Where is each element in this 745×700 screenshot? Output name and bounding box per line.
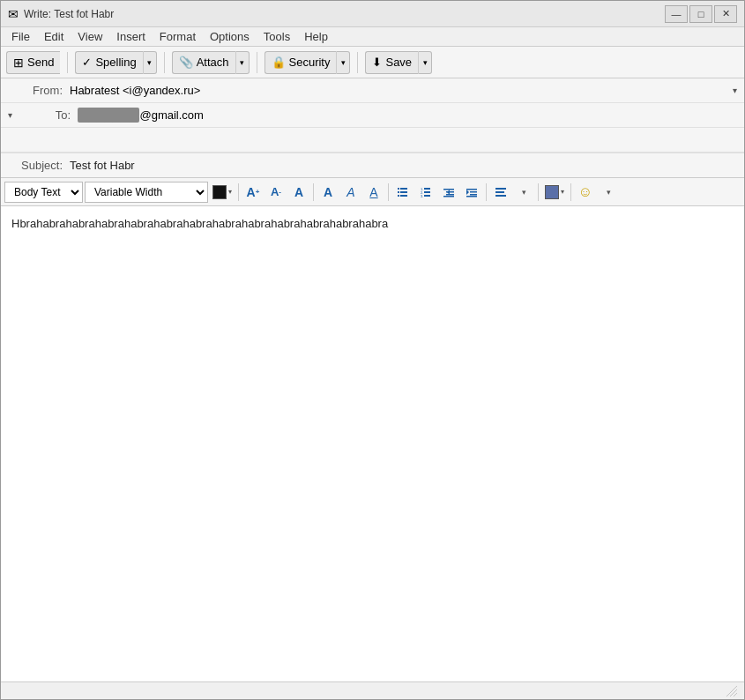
- indent-less-button[interactable]: [438, 182, 459, 203]
- font-size-reset-button[interactable]: A: [288, 182, 309, 203]
- attach-button[interactable]: 📎 Attach: [172, 51, 235, 74]
- highlight-color-button[interactable]: ▾: [542, 182, 567, 203]
- align-dropdown-button[interactable]: ▾: [513, 182, 534, 203]
- compose-area[interactable]: Hbrahabrahabrahabrahabrahabrahabrahabrah…: [1, 206, 744, 681]
- fmt-sep-3: [388, 183, 389, 201]
- underline-button[interactable]: A: [363, 182, 384, 203]
- font-size-increase-button[interactable]: A+: [242, 182, 264, 203]
- separator-4: [357, 52, 358, 73]
- send-label: Send: [27, 56, 54, 69]
- menu-tools[interactable]: Tools: [257, 28, 297, 45]
- to-field-container: ███████ @gmail.com: [78, 108, 737, 123]
- svg-rect-11: [424, 195, 430, 197]
- style-dropdown[interactable]: Body Text Heading 1 Heading 2: [4, 182, 83, 203]
- svg-rect-2: [398, 191, 399, 193]
- email-body[interactable]: Hbrahabrahabrahabrahabrahabrahabrahabrah…: [11, 215, 734, 233]
- highlight-arrow: ▾: [561, 188, 566, 196]
- separator-1: [67, 52, 68, 73]
- separator-3: [257, 52, 257, 73]
- window-title: Write: Test fot Habr: [24, 8, 114, 20]
- align-button[interactable]: [490, 182, 511, 203]
- emoji-dropdown-button[interactable]: ▾: [598, 182, 619, 203]
- bullet-list-button[interactable]: [392, 182, 413, 203]
- send-split-button: ⊞ Send: [6, 51, 60, 74]
- spelling-dropdown-button[interactable]: ▾: [143, 51, 157, 74]
- svg-rect-18: [466, 189, 477, 190]
- svg-rect-16: [443, 196, 454, 197]
- send-button[interactable]: ⊞ Send: [6, 51, 60, 74]
- emoji-button[interactable]: ☺: [575, 182, 596, 203]
- from-value: Habratest <i@yandex.ru>: [70, 84, 200, 97]
- check-icon: ✓: [82, 56, 92, 69]
- from-dropdown[interactable]: Habratest <i@yandex.ru> ▾: [70, 84, 737, 97]
- from-row: From: Habratest <i@yandex.ru> ▾: [1, 78, 744, 103]
- fmt-sep-1: [238, 183, 239, 201]
- svg-line-27: [734, 693, 737, 696]
- attach-split-button: 📎 Attach ▾: [172, 51, 250, 74]
- minimize-button[interactable]: —: [665, 5, 688, 23]
- svg-rect-22: [495, 188, 506, 190]
- svg-rect-14: [446, 191, 454, 193]
- format-toolbar: Body Text Heading 1 Heading 2 Variable W…: [1, 178, 744, 206]
- menu-options[interactable]: Options: [203, 28, 257, 45]
- expand-icon[interactable]: ▾: [8, 110, 12, 120]
- text-color-button[interactable]: ▾: [210, 182, 235, 203]
- to-redacted: ███████: [78, 108, 139, 123]
- title-bar-left: ✉ Write: Test fot Habr: [8, 7, 114, 21]
- attach-dropdown-button[interactable]: ▾: [235, 51, 250, 74]
- menu-bar: File Edit View Insert Format Options Too…: [1, 27, 744, 47]
- separator-2: [164, 52, 165, 73]
- save-icon: ⬇: [372, 56, 382, 69]
- paperclip-icon: 📎: [179, 56, 193, 69]
- numbered-list-button[interactable]: 1.2.3.: [415, 182, 436, 203]
- save-split-button: ⬇ Save ▾: [365, 51, 432, 74]
- email-headers: From: Habratest <i@yandex.ru> ▾ ▾ To: ██…: [1, 78, 744, 178]
- svg-rect-21: [466, 196, 477, 197]
- menu-insert[interactable]: Insert: [109, 28, 153, 45]
- bold-button[interactable]: A: [317, 182, 339, 203]
- cc-row-spacer: [1, 128, 744, 153]
- to-row: ▾ To: ███████ @gmail.com: [1, 103, 744, 128]
- highlight-swatch: [545, 185, 559, 199]
- menu-help[interactable]: Help: [297, 28, 335, 45]
- save-dropdown-button[interactable]: ▾: [418, 51, 432, 74]
- security-label: Security: [289, 56, 331, 69]
- svg-rect-19: [470, 191, 477, 193]
- fmt-sep-4: [486, 183, 487, 201]
- svg-rect-7: [424, 188, 430, 190]
- fmt-sep-2: [313, 183, 314, 201]
- svg-rect-24: [495, 195, 506, 197]
- svg-rect-13: [443, 189, 454, 190]
- status-bar: [1, 681, 744, 699]
- main-window: ✉ Write: Test fot Habr — □ ✕ File Edit V…: [0, 0, 745, 700]
- spelling-button[interactable]: ✓ Spelling: [75, 51, 142, 74]
- menu-edit[interactable]: Edit: [37, 28, 71, 45]
- fmt-sep-6: [570, 183, 571, 201]
- svg-rect-5: [400, 195, 407, 197]
- security-dropdown-button[interactable]: ▾: [336, 51, 350, 74]
- svg-rect-9: [424, 191, 430, 193]
- security-button[interactable]: 🔒 Security: [264, 51, 337, 74]
- maximize-button[interactable]: □: [689, 5, 712, 23]
- to-label: To:: [16, 108, 78, 122]
- subject-value[interactable]: Test fot Habr: [70, 159, 737, 172]
- spelling-split-button: ✓ Spelling ▾: [75, 51, 156, 74]
- from-dropdown-arrow[interactable]: ▾: [733, 86, 737, 95]
- close-button[interactable]: ✕: [714, 5, 737, 23]
- svg-text:3.: 3.: [421, 194, 423, 198]
- app-icon: ✉: [8, 7, 19, 21]
- menu-file[interactable]: File: [4, 28, 37, 45]
- fmt-sep-5: [538, 183, 539, 201]
- svg-rect-0: [398, 188, 399, 190]
- italic-button[interactable]: A: [340, 182, 361, 203]
- font-dropdown[interactable]: Variable Width Fixed Width: [85, 182, 208, 203]
- color-arrow: ▾: [228, 188, 234, 196]
- attach-label: Attach: [197, 56, 229, 69]
- menu-view[interactable]: View: [71, 28, 109, 45]
- from-label: From:: [8, 84, 70, 97]
- save-button[interactable]: ⬇ Save: [365, 51, 418, 74]
- font-size-decrease-button[interactable]: A-: [265, 182, 287, 203]
- indent-more-button[interactable]: [461, 182, 482, 203]
- menu-format[interactable]: Format: [153, 28, 203, 45]
- svg-rect-4: [398, 195, 399, 197]
